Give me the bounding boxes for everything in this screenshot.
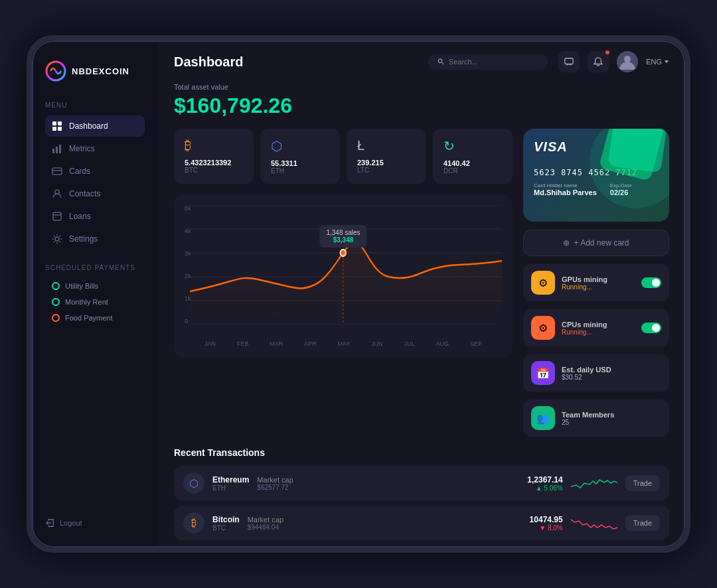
btc-amount-main: 10474.95: [530, 515, 563, 524]
side-button-3[interactable]: [689, 253, 690, 279]
svg-point-10: [55, 190, 59, 194]
btc-tx-info: Bitcoin BTC: [212, 515, 240, 532]
svg-rect-6: [56, 147, 58, 153]
scheduled-label: Scheduled Payments: [45, 264, 145, 271]
crypto-card-ltc[interactable]: Ł 239.215 LTC: [347, 129, 426, 184]
message-button[interactable]: [558, 51, 580, 72]
crypto-card-dcr[interactable]: ↻ 4140.42 DCR: [433, 129, 513, 184]
sched-dot-rent: [52, 298, 60, 306]
btc-amount: 5.4323213392: [185, 159, 243, 167]
notification-button[interactable]: [588, 51, 609, 72]
chart-icon: [52, 143, 62, 154]
cpu-mining-icon: ⚙: [531, 316, 555, 340]
dashboard-body: Total asset value $160,792.26 ₿ 5.432321…: [158, 83, 685, 548]
card-decoration: [590, 129, 669, 208]
sidebar-item-contacts[interactable]: Contacts: [45, 183, 145, 204]
btc-trade-button[interactable]: Trade: [625, 515, 660, 531]
avatar-button[interactable]: [617, 51, 638, 72]
cpu-mining-status: Running...: [562, 329, 635, 336]
cpu-mining-title: CPUs mining: [562, 321, 635, 329]
gpu-mining-title: GPUs mining: [562, 275, 635, 283]
chart-container: 1,348 sales $3,348 5k 4k 3k 2k: [185, 205, 502, 338]
sidebar-item-label: Settings: [69, 234, 98, 244]
logo-icon: [45, 60, 66, 82]
grid-icon: [52, 121, 62, 131]
widget-cpus-mining: ⚙ CPUs mining Running...: [523, 309, 669, 346]
sched-item-rent[interactable]: Monthly Rent: [45, 294, 145, 310]
crypto-card-btc[interactable]: ₿ 5.4323213392 BTC: [174, 129, 254, 184]
add-card-button[interactable]: ⊕ + Add new card: [523, 230, 669, 256]
eth-tx-sub: ETH: [212, 484, 249, 492]
search-input[interactable]: [449, 58, 538, 66]
user-icon: [52, 188, 62, 199]
svg-rect-1: [52, 121, 56, 125]
eth-amount-main: 1,2367.14: [527, 475, 562, 484]
sidebar-item-label: Metrics: [69, 144, 95, 153]
card-holder-name: Md.Shihab Parves: [534, 188, 597, 196]
card-expiry-label: Exp.Date: [610, 183, 632, 188]
eth-cap-val: $62577.72: [257, 484, 519, 491]
header-icons: ENG: [558, 51, 669, 72]
asset-label: Total asset value: [174, 83, 669, 91]
tx-row-btc: ₿ Bitcoin BTC Market cap $94484.04 10474…: [174, 506, 669, 540]
gpu-mining-status: Running...: [562, 283, 635, 291]
btc-tx-amount: 10474.95 ▼ 8.0%: [530, 515, 563, 532]
tx-row-eth: ⬡ Ethereum ETH Market cap $62577.72 1,23…: [174, 466, 669, 500]
card-details: Card Holder name Md.Shihab Parves Exp.Da…: [534, 183, 659, 196]
sidebar-item-dashboard[interactable]: Dashboard: [45, 115, 145, 137]
chevron-down-icon: [664, 59, 669, 64]
right-panel: VISA 5623 8745 4562 7712 Card Holder nam…: [523, 129, 669, 437]
ltc-icon: Ł: [357, 138, 416, 153]
gpu-mining-toggle[interactable]: [641, 277, 661, 288]
box-icon: [52, 211, 62, 222]
eth-icon: ⬡: [271, 138, 329, 154]
logo-text: NBDEXCOIN: [72, 66, 129, 76]
btc-tx-name: Bitcoin: [212, 515, 240, 524]
btc-tx-icon: ₿: [183, 512, 204, 534]
card-holder-label: Card Holder name: [534, 183, 597, 188]
svg-point-18: [624, 56, 631, 62]
sidebar-item-cards[interactable]: Cards: [45, 161, 145, 182]
est-daily-title: Est. daily USD: [562, 366, 661, 374]
sched-dot-food: [52, 314, 60, 322]
logo-area: NBDEXCOIN: [32, 54, 158, 95]
add-card-icon: ⊕: [563, 238, 570, 248]
crypto-card-eth[interactable]: ⬡ 55.3311 ETH: [260, 129, 340, 184]
sidebar-item-label: Loans: [69, 212, 91, 221]
sched-item-food[interactable]: Food Payment: [45, 310, 145, 326]
btc-tx-type: Market cap $94484.04: [248, 516, 522, 531]
card-icon: [52, 166, 62, 177]
header: Dashboard: [158, 40, 685, 83]
sidebar-item-loans[interactable]: Loans: [45, 206, 145, 227]
eth-trade-button[interactable]: Trade: [625, 475, 660, 491]
logout-button[interactable]: Logout: [32, 518, 158, 534]
sidebar-item-metrics[interactable]: Metrics: [45, 138, 145, 159]
sidebar-item-settings[interactable]: Settings: [45, 228, 145, 250]
svg-rect-5: [52, 149, 54, 153]
main-content: Dashboard: [158, 40, 685, 548]
sidebar-item-label: Dashboard: [69, 121, 108, 131]
transactions-section: Recent Transactions ⬡ Ethereum ETH Marke…: [174, 447, 669, 540]
btc-cap-val: $94484.04: [248, 524, 522, 531]
card-holder: Card Holder name Md.Shihab Parves: [534, 183, 597, 196]
side-button-1[interactable]: [689, 173, 690, 200]
ltc-amount: 239.215: [357, 159, 416, 167]
dcr-icon: ↻: [443, 138, 502, 154]
cpu-mining-toggle[interactable]: [641, 323, 661, 333]
sched-item-utility[interactable]: Utility Bills: [45, 278, 145, 294]
crypto-cards: ₿ 5.4323213392 BTC ⬡ 55.3311 ETH Ł 239.2…: [174, 129, 513, 184]
sched-dot-utility: [52, 282, 60, 290]
search-box[interactable]: [428, 54, 548, 70]
logout-label: Logout: [60, 519, 82, 527]
eth-tx-amount: 1,2367.14 ▲ 5.06%: [527, 475, 562, 492]
transactions-title: Recent Transactions: [174, 447, 669, 458]
svg-point-26: [340, 250, 346, 256]
search-icon: [438, 58, 445, 66]
sidebar-item-label: Cards: [69, 167, 90, 176]
btc-sparkline: [571, 513, 617, 533]
menu-label: Menu: [45, 102, 145, 109]
svg-rect-3: [52, 127, 56, 131]
bell-icon: [594, 57, 603, 66]
language-selector[interactable]: ENG: [646, 58, 669, 66]
side-button-2[interactable]: [689, 213, 690, 240]
